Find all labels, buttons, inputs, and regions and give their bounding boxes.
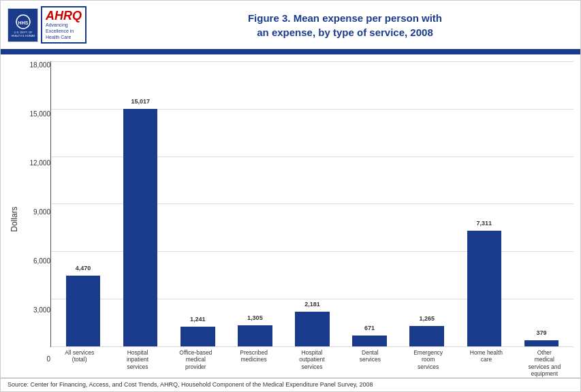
x-axis-label: Office-basedmedicalprovider bbox=[167, 347, 225, 378]
y-tick: 6,000 bbox=[33, 257, 50, 265]
bar: 1,305 bbox=[238, 325, 272, 346]
bar-group: 7,311 bbox=[456, 61, 513, 346]
plot-area: 18,00015,00012,0009,0006,0003,0000 4,470… bbox=[20, 61, 574, 378]
y-axis: 18,00015,00012,0009,0006,0003,0000 bbox=[20, 61, 50, 378]
bar-group: 671 bbox=[341, 61, 398, 346]
bars-wrapper: 4,47015,0171,2411,3052,1816711,2657,3113… bbox=[50, 61, 574, 346]
bar-group: 1,265 bbox=[398, 61, 456, 346]
y-tick: 9,000 bbox=[33, 208, 50, 216]
bar: 379 bbox=[524, 340, 559, 346]
x-axis-label: Othermedicalservices andequipment bbox=[516, 347, 574, 378]
bar-value-label: 1,265 bbox=[419, 315, 435, 322]
header: HHS U.S. DEPT. OF HEALTH & HUMAN AHRQ Ad… bbox=[1, 1, 580, 51]
bar: 4,470 bbox=[66, 276, 100, 346]
bar-value-label: 1,241 bbox=[190, 316, 206, 323]
chart-title: Figure 3. Mean expense per person with a… bbox=[116, 11, 574, 39]
bar: 7,311 bbox=[467, 231, 501, 346]
ahrq-logo: AHRQ AdvancingExcellence inHealth Care bbox=[41, 6, 87, 44]
bar: 1,241 bbox=[180, 327, 215, 346]
bars-row: 4,47015,0171,2411,3052,1816711,2657,3113… bbox=[51, 61, 574, 346]
y-axis-label: Dollars bbox=[7, 61, 20, 378]
bar-group: 15,017 bbox=[112, 61, 169, 346]
chart-inner: 18,00015,00012,0009,0006,0003,0000 4,470… bbox=[20, 61, 574, 378]
x-labels: All services(total)Hospitalinpatientserv… bbox=[50, 347, 574, 378]
x-axis-label: Home healthcare bbox=[457, 347, 515, 378]
chart-container: Dollars 18,00015,00012,0009,0006,0003,00… bbox=[7, 61, 574, 378]
bar: 15,017 bbox=[123, 109, 157, 346]
x-axis-label: Emergencyroomservices bbox=[399, 347, 457, 378]
svg-text:HHS: HHS bbox=[18, 20, 28, 25]
bar-group: 1,241 bbox=[169, 61, 226, 346]
bar-value-label: 7,311 bbox=[477, 220, 492, 227]
ahrq-subtitle: AdvancingExcellence inHealth Care bbox=[46, 22, 74, 40]
bar-value-label: 2,181 bbox=[304, 301, 320, 308]
ahrq-brand: AHRQ bbox=[46, 10, 82, 22]
x-axis-label: Dentalservices bbox=[341, 347, 399, 378]
bar-value-label: 379 bbox=[536, 329, 546, 336]
page-container: HHS U.S. DEPT. OF HEALTH & HUMAN AHRQ Ad… bbox=[0, 0, 581, 392]
bar-group: 2,181 bbox=[283, 61, 341, 346]
y-tick: 3,000 bbox=[33, 306, 50, 314]
bar-group: 4,470 bbox=[54, 61, 112, 346]
bar-value-label: 1,305 bbox=[247, 314, 263, 321]
x-axis-label: Hospitaloutpatientservices bbox=[283, 347, 341, 378]
bar-value-label: 4,470 bbox=[76, 265, 91, 272]
bar: 1,265 bbox=[409, 326, 443, 346]
bar: 671 bbox=[352, 336, 386, 346]
footer: Source: Center for Financing, Access, an… bbox=[1, 378, 580, 391]
bar-value-label: 671 bbox=[364, 325, 375, 331]
chart-area: Dollars 18,00015,00012,0009,0006,0003,00… bbox=[1, 54, 580, 378]
x-axis-label: Hospitalinpatientservices bbox=[108, 347, 166, 378]
y-tick: 18,000 bbox=[29, 61, 50, 69]
source-text: Source: Center for Financing, Access, an… bbox=[7, 381, 373, 388]
y-tick: 15,000 bbox=[29, 110, 50, 118]
bar-group: 379 bbox=[513, 61, 570, 346]
hhs-logo: HHS U.S. DEPT. OF HEALTH & HUMAN bbox=[7, 8, 38, 42]
y-tick: 12,000 bbox=[29, 159, 50, 167]
bar-group: 1,305 bbox=[226, 61, 283, 346]
x-axis-label: All services(total) bbox=[50, 347, 108, 378]
logo-area: HHS U.S. DEPT. OF HEALTH & HUMAN AHRQ Ad… bbox=[7, 6, 116, 44]
bar-value-label: 15,017 bbox=[131, 98, 150, 105]
bar: 2,181 bbox=[295, 312, 329, 346]
bars-section: 4,47015,0171,2411,3052,1816711,2657,3113… bbox=[50, 61, 574, 378]
x-axis-label: Prescribedmedicines bbox=[225, 347, 283, 378]
svg-text:HEALTH & HUMAN: HEALTH & HUMAN bbox=[11, 34, 35, 37]
grid-line bbox=[51, 346, 574, 347]
